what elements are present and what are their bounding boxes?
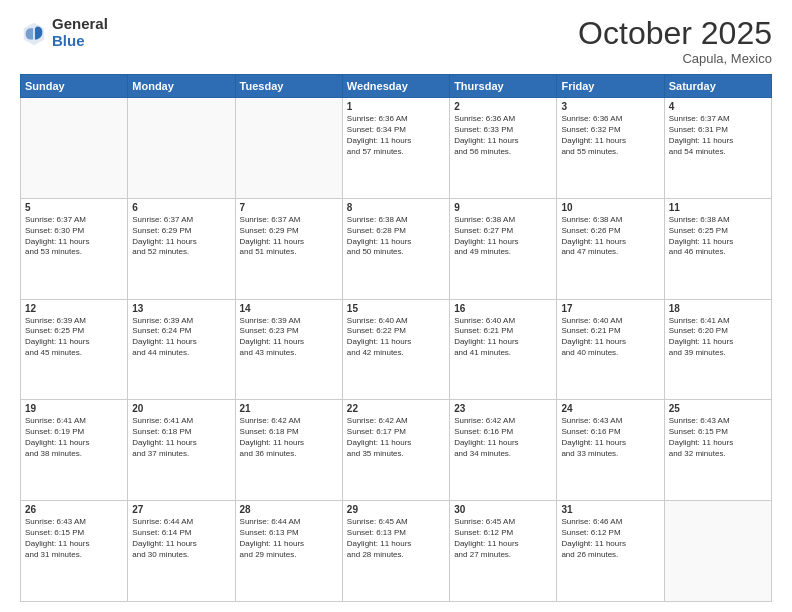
calendar-week-row: 19Sunrise: 6:41 AM Sunset: 6:19 PM Dayli…	[21, 400, 772, 501]
day-info: Sunrise: 6:37 AM Sunset: 6:29 PM Dayligh…	[240, 215, 338, 258]
day-number: 27	[132, 504, 230, 515]
logo-general-text: General	[52, 16, 108, 33]
calendar-week-row: 12Sunrise: 6:39 AM Sunset: 6:25 PM Dayli…	[21, 299, 772, 400]
table-row: 30Sunrise: 6:45 AM Sunset: 6:12 PM Dayli…	[450, 501, 557, 602]
day-info: Sunrise: 6:44 AM Sunset: 6:14 PM Dayligh…	[132, 517, 230, 560]
table-row: 7Sunrise: 6:37 AM Sunset: 6:29 PM Daylig…	[235, 198, 342, 299]
day-number: 22	[347, 403, 445, 414]
day-info: Sunrise: 6:43 AM Sunset: 6:15 PM Dayligh…	[669, 416, 767, 459]
day-info: Sunrise: 6:41 AM Sunset: 6:20 PM Dayligh…	[669, 316, 767, 359]
table-row: 10Sunrise: 6:38 AM Sunset: 6:26 PM Dayli…	[557, 198, 664, 299]
logo: General Blue	[20, 16, 108, 49]
table-row: 25Sunrise: 6:43 AM Sunset: 6:15 PM Dayli…	[664, 400, 771, 501]
table-row: 6Sunrise: 6:37 AM Sunset: 6:29 PM Daylig…	[128, 198, 235, 299]
table-row: 11Sunrise: 6:38 AM Sunset: 6:25 PM Dayli…	[664, 198, 771, 299]
day-number: 4	[669, 101, 767, 112]
day-info: Sunrise: 6:46 AM Sunset: 6:12 PM Dayligh…	[561, 517, 659, 560]
day-number: 20	[132, 403, 230, 414]
day-number: 11	[669, 202, 767, 213]
table-row: 19Sunrise: 6:41 AM Sunset: 6:19 PM Dayli…	[21, 400, 128, 501]
day-number: 18	[669, 303, 767, 314]
day-info: Sunrise: 6:38 AM Sunset: 6:27 PM Dayligh…	[454, 215, 552, 258]
day-number: 9	[454, 202, 552, 213]
day-info: Sunrise: 6:37 AM Sunset: 6:29 PM Dayligh…	[132, 215, 230, 258]
title-section: October 2025 Capula, Mexico	[578, 16, 772, 66]
table-row: 23Sunrise: 6:42 AM Sunset: 6:16 PM Dayli…	[450, 400, 557, 501]
day-info: Sunrise: 6:39 AM Sunset: 6:24 PM Dayligh…	[132, 316, 230, 359]
day-number: 17	[561, 303, 659, 314]
day-number: 23	[454, 403, 552, 414]
day-number: 15	[347, 303, 445, 314]
day-number: 21	[240, 403, 338, 414]
col-monday: Monday	[128, 75, 235, 98]
day-number: 8	[347, 202, 445, 213]
day-info: Sunrise: 6:42 AM Sunset: 6:18 PM Dayligh…	[240, 416, 338, 459]
table-row: 26Sunrise: 6:43 AM Sunset: 6:15 PM Dayli…	[21, 501, 128, 602]
day-info: Sunrise: 6:43 AM Sunset: 6:15 PM Dayligh…	[25, 517, 123, 560]
day-info: Sunrise: 6:40 AM Sunset: 6:21 PM Dayligh…	[454, 316, 552, 359]
day-info: Sunrise: 6:36 AM Sunset: 6:34 PM Dayligh…	[347, 114, 445, 157]
logo-icon	[20, 19, 48, 47]
day-number: 16	[454, 303, 552, 314]
day-number: 2	[454, 101, 552, 112]
table-row: 1Sunrise: 6:36 AM Sunset: 6:34 PM Daylig…	[342, 98, 449, 199]
day-info: Sunrise: 6:38 AM Sunset: 6:25 PM Dayligh…	[669, 215, 767, 258]
day-info: Sunrise: 6:45 AM Sunset: 6:13 PM Dayligh…	[347, 517, 445, 560]
table-row: 18Sunrise: 6:41 AM Sunset: 6:20 PM Dayli…	[664, 299, 771, 400]
day-number: 25	[669, 403, 767, 414]
day-number: 24	[561, 403, 659, 414]
day-number: 7	[240, 202, 338, 213]
day-info: Sunrise: 6:37 AM Sunset: 6:30 PM Dayligh…	[25, 215, 123, 258]
table-row	[21, 98, 128, 199]
table-row: 27Sunrise: 6:44 AM Sunset: 6:14 PM Dayli…	[128, 501, 235, 602]
location-subtitle: Capula, Mexico	[578, 51, 772, 66]
day-info: Sunrise: 6:43 AM Sunset: 6:16 PM Dayligh…	[561, 416, 659, 459]
day-number: 6	[132, 202, 230, 213]
header-row: Sunday Monday Tuesday Wednesday Thursday…	[21, 75, 772, 98]
calendar-week-row: 26Sunrise: 6:43 AM Sunset: 6:15 PM Dayli…	[21, 501, 772, 602]
table-row: 9Sunrise: 6:38 AM Sunset: 6:27 PM Daylig…	[450, 198, 557, 299]
day-info: Sunrise: 6:37 AM Sunset: 6:31 PM Dayligh…	[669, 114, 767, 157]
day-info: Sunrise: 6:41 AM Sunset: 6:19 PM Dayligh…	[25, 416, 123, 459]
day-number: 14	[240, 303, 338, 314]
day-info: Sunrise: 6:44 AM Sunset: 6:13 PM Dayligh…	[240, 517, 338, 560]
table-row: 15Sunrise: 6:40 AM Sunset: 6:22 PM Dayli…	[342, 299, 449, 400]
col-tuesday: Tuesday	[235, 75, 342, 98]
day-number: 5	[25, 202, 123, 213]
day-info: Sunrise: 6:41 AM Sunset: 6:18 PM Dayligh…	[132, 416, 230, 459]
table-row	[664, 501, 771, 602]
day-info: Sunrise: 6:36 AM Sunset: 6:33 PM Dayligh…	[454, 114, 552, 157]
day-info: Sunrise: 6:36 AM Sunset: 6:32 PM Dayligh…	[561, 114, 659, 157]
table-row: 5Sunrise: 6:37 AM Sunset: 6:30 PM Daylig…	[21, 198, 128, 299]
logo-blue-text: Blue	[52, 33, 108, 50]
table-row: 13Sunrise: 6:39 AM Sunset: 6:24 PM Dayli…	[128, 299, 235, 400]
day-info: Sunrise: 6:40 AM Sunset: 6:21 PM Dayligh…	[561, 316, 659, 359]
table-row: 3Sunrise: 6:36 AM Sunset: 6:32 PM Daylig…	[557, 98, 664, 199]
col-thursday: Thursday	[450, 75, 557, 98]
col-friday: Friday	[557, 75, 664, 98]
day-info: Sunrise: 6:39 AM Sunset: 6:25 PM Dayligh…	[25, 316, 123, 359]
day-info: Sunrise: 6:42 AM Sunset: 6:17 PM Dayligh…	[347, 416, 445, 459]
table-row	[128, 98, 235, 199]
calendar-table: Sunday Monday Tuesday Wednesday Thursday…	[20, 74, 772, 602]
day-info: Sunrise: 6:42 AM Sunset: 6:16 PM Dayligh…	[454, 416, 552, 459]
table-row: 21Sunrise: 6:42 AM Sunset: 6:18 PM Dayli…	[235, 400, 342, 501]
day-number: 3	[561, 101, 659, 112]
table-row: 24Sunrise: 6:43 AM Sunset: 6:16 PM Dayli…	[557, 400, 664, 501]
table-row: 8Sunrise: 6:38 AM Sunset: 6:28 PM Daylig…	[342, 198, 449, 299]
table-row: 29Sunrise: 6:45 AM Sunset: 6:13 PM Dayli…	[342, 501, 449, 602]
day-number: 13	[132, 303, 230, 314]
table-row: 17Sunrise: 6:40 AM Sunset: 6:21 PM Dayli…	[557, 299, 664, 400]
table-row: 16Sunrise: 6:40 AM Sunset: 6:21 PM Dayli…	[450, 299, 557, 400]
day-number: 31	[561, 504, 659, 515]
col-wednesday: Wednesday	[342, 75, 449, 98]
table-row: 4Sunrise: 6:37 AM Sunset: 6:31 PM Daylig…	[664, 98, 771, 199]
table-row: 28Sunrise: 6:44 AM Sunset: 6:13 PM Dayli…	[235, 501, 342, 602]
table-row: 12Sunrise: 6:39 AM Sunset: 6:25 PM Dayli…	[21, 299, 128, 400]
table-row: 20Sunrise: 6:41 AM Sunset: 6:18 PM Dayli…	[128, 400, 235, 501]
day-info: Sunrise: 6:45 AM Sunset: 6:12 PM Dayligh…	[454, 517, 552, 560]
table-row: 31Sunrise: 6:46 AM Sunset: 6:12 PM Dayli…	[557, 501, 664, 602]
col-sunday: Sunday	[21, 75, 128, 98]
calendar-week-row: 1Sunrise: 6:36 AM Sunset: 6:34 PM Daylig…	[21, 98, 772, 199]
table-row: 14Sunrise: 6:39 AM Sunset: 6:23 PM Dayli…	[235, 299, 342, 400]
